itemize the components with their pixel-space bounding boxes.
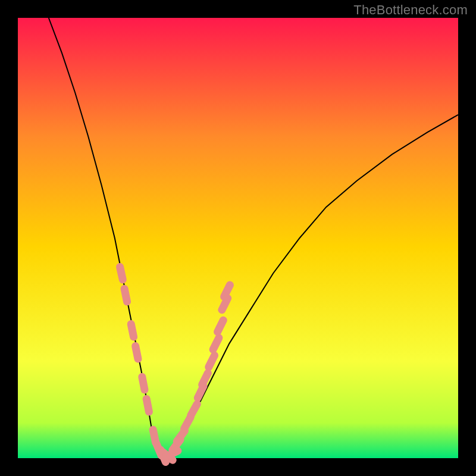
curve-marker [191,404,198,415]
curve-marker [120,267,123,280]
curve-marker [213,338,219,350]
curve-marker [142,377,145,390]
curve-marker [131,324,133,337]
chart-frame: TheBottleneck.com [0,0,476,476]
watermark-text: TheBottleneck.com [353,2,468,18]
curve-marker [202,373,208,385]
plot-background [18,18,458,458]
curve-marker [124,289,127,302]
curve-marker [218,320,224,332]
curve-marker [146,399,149,412]
curve-marker [209,355,215,367]
bottleneck-chart [0,0,476,476]
curve-marker [224,285,230,297]
curve-marker [136,346,138,359]
